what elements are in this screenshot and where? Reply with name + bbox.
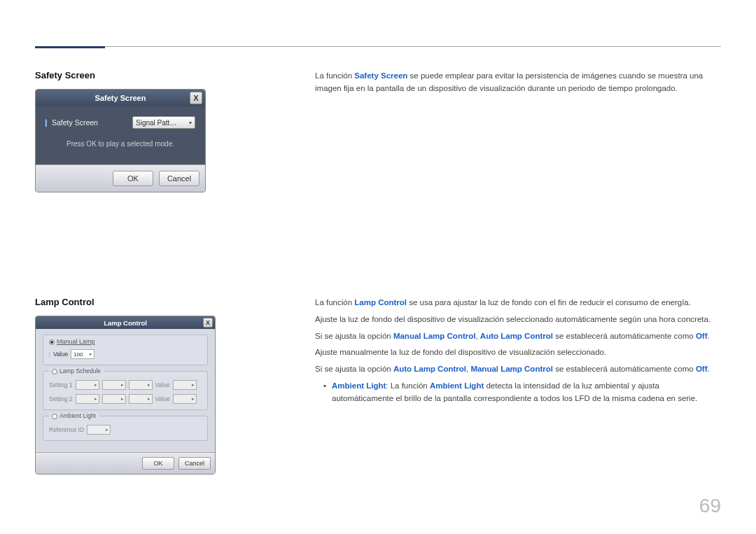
term-lamp-control: Lamp Control [354,298,407,307]
dialog-footer: OK Cancel [36,164,205,192]
dialog-footer: OK Cancel [36,452,215,474]
cancel-button[interactable]: Cancel [178,457,211,470]
text: Si se ajusta la opción [315,332,393,340]
bullet-text: Ambient Light: La función Ambient Light … [332,380,721,405]
dialog-titlebar: Lamp Control X [36,316,215,329]
heading-safety-screen: Safety Screen [35,70,217,80]
section-2-left: Lamp Control Lamp Control X Manual Lamp … [35,297,217,475]
dialog-title: Safety Screen [95,94,146,102]
section-1-left: Safety Screen Safety Screen X Safety Scr… [35,70,217,192]
dialog-title: Lamp Control [104,319,147,327]
term: Manual Lamp Control [470,365,553,373]
group-ambient-light: Ambient Light Reference ID [43,416,208,441]
spinner[interactable] [87,425,111,435]
safety-screen-dialog: Safety Screen X Safety Screen Signal Pat… [35,89,206,192]
text: . [707,365,709,373]
label: Lamp Schedule [59,367,101,374]
field-label: Safety Screen [46,118,132,127]
label-value: Value [49,351,68,358]
text: La función [315,298,354,307]
cancel-button[interactable]: Cancel [159,171,200,186]
ok-button[interactable]: OK [142,457,174,470]
row-setting2: Setting 2 Value [49,394,202,404]
radio-ambient-light[interactable] [52,414,57,419]
value-spinner[interactable]: 100 [71,349,94,359]
header-divider [35,46,721,47]
close-icon[interactable]: X [190,92,202,104]
text: La función [315,71,354,80]
text: se establecerá automáticamente como [553,332,696,340]
spinner[interactable] [129,380,153,390]
label-setting1: Setting 1 [49,381,73,388]
term: Off [696,365,708,373]
spinner[interactable] [76,394,99,404]
label-value: Value [155,395,170,402]
text: se establecerá automáticamente como [553,365,696,373]
radio-manual-lamp[interactable]: Manual Lamp [49,338,95,345]
dialog-hint: Press OK to play a selected mode. [46,140,195,148]
page-number: 69 [699,495,721,517]
lamp-desc-5: Si se ajusta la opción Auto Lamp Control… [315,363,721,376]
heading-lamp-control: Lamp Control [35,297,217,307]
label-setting2: Setting 2 [49,395,73,402]
radio-lamp-schedule[interactable] [52,369,57,374]
dialog-titlebar: Safety Screen X [36,90,205,106]
row-reference: Reference ID [49,425,202,435]
lamp-desc-1: La función Lamp Control se usa para ajus… [315,297,721,309]
term-safety-screen: Safety Screen [354,71,407,80]
label-reference-id: Reference ID [49,426,84,433]
spinner[interactable] [173,380,197,390]
spinner[interactable] [76,380,99,390]
label-value: Value [155,381,170,388]
term: Manual Lamp Control [393,332,476,340]
group-manual-lamp: Manual Lamp Value 100 [43,335,208,365]
label: Ambient Light [59,412,96,419]
lamp-control-dialog: Lamp Control X Manual Lamp Value 100 Lam… [35,316,216,475]
spinner[interactable] [129,394,153,404]
ok-button[interactable]: OK [113,171,153,186]
spinner[interactable] [102,394,126,404]
lamp-desc-3: Si se ajusta la opción Manual Lamp Contr… [315,330,721,343]
spinner[interactable] [102,380,126,390]
dialog-body: Safety Screen Signal Patt… Press OK to p… [36,106,205,164]
lamp-desc-4: Ajuste manualmente la luz de fondo del d… [315,346,721,359]
text: Si se ajusta la opción [315,365,393,373]
field-row: Safety Screen Signal Patt… [46,116,195,129]
term: Auto Lamp Control [393,365,466,373]
term: Ambient Light [430,381,484,390]
term: Auto Lamp Control [480,332,553,340]
section-1-right: La función Safety Screen se puede emplea… [315,70,721,99]
safety-screen-desc: La función Safety Screen se puede emplea… [315,70,721,95]
text: se usa para ajustar la luz de fondo con … [407,298,691,307]
text: . [707,332,709,340]
dialog-body: Manual Lamp Value 100 Lamp Schedule Sett… [36,329,215,452]
group-lamp-schedule: Lamp Schedule Setting 1 Value Setting 2 [43,371,208,410]
label: Manual Lamp [57,338,95,345]
section-2-right: La función Lamp Control se usa para ajus… [315,297,721,408]
row-setting1: Setting 1 Value [49,380,202,390]
header-accent [35,46,105,48]
term: Ambient Light [332,381,386,390]
group-title: Lamp Schedule [49,367,104,374]
lamp-desc-2: Ajuste la luz de fondo del dispositivo d… [315,314,721,326]
text: : La función [386,381,430,390]
group-title: Ambient Light [49,412,99,419]
bullet-icon: • [323,380,332,405]
spinner[interactable] [173,394,197,404]
signal-pattern-select[interactable]: Signal Patt… [132,116,195,129]
row-value: Value 100 [49,349,202,359]
term: Off [696,332,708,340]
bullet-ambient-light: • Ambient Light: La función Ambient Ligh… [315,380,721,405]
close-icon[interactable]: X [203,318,213,328]
